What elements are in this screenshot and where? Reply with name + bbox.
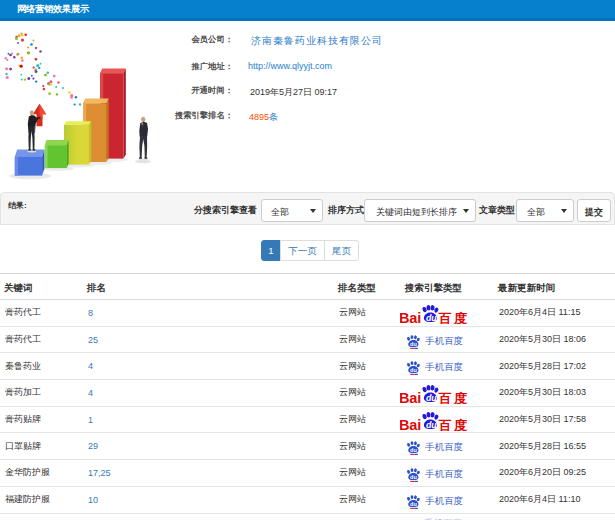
- svg-text:du: du: [426, 420, 437, 430]
- svg-text:百度: 百度: [438, 418, 469, 431]
- svg-text:du: du: [426, 314, 437, 324]
- svg-text:du: du: [410, 367, 417, 373]
- svg-text:du: du: [410, 474, 417, 480]
- svg-text:百度: 百度: [438, 392, 469, 405]
- svg-text:du: du: [410, 501, 417, 507]
- svg-text:Bai: Bai: [400, 417, 421, 431]
- svg-text:du: du: [426, 394, 437, 404]
- svg-text:Bai: Bai: [400, 310, 421, 324]
- svg-text:du: du: [410, 340, 417, 346]
- svg-text:百度: 百度: [438, 312, 469, 325]
- svg-text:Bai: Bai: [400, 390, 421, 404]
- svg-text:du: du: [410, 447, 417, 453]
